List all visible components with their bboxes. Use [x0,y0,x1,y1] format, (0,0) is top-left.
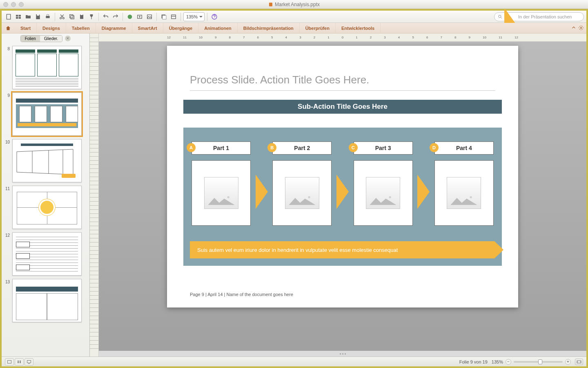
file-new-icon[interactable] [4,12,13,21]
slide-thumbnail-12[interactable] [12,232,82,276]
svg-rect-31 [18,362,19,363]
slide-thumbnail-10[interactable] [12,139,82,182]
seg-outline[interactable]: Glieder. [40,36,62,42]
slide-thumbnail-8[interactable] [12,46,82,89]
slide-thumbnail-9[interactable] [12,92,82,136]
image-placeholder[interactable] [354,160,413,226]
part-label[interactable]: Part 1 [192,141,251,155]
tab-ueberpruefen[interactable]: Überprüfen [300,23,336,33]
search-icon [498,14,503,19]
thumb-number: 8 [3,46,10,89]
tab-start[interactable]: Start [15,23,37,33]
slide-editor: 1211109876543210123456789101112 Process … [99,34,586,357]
zoom-out-icon[interactable]: − [506,359,511,365]
thumb-number: 11 [3,186,10,229]
thumbnail-view-segment[interactable]: Folien Glieder. [20,35,63,42]
slide-layout-icon[interactable] [169,12,178,21]
insert-text-icon[interactable] [135,12,144,21]
slide-footer[interactable]: Page 9 | April 14 | Name of the document… [190,292,293,297]
paste-icon[interactable] [77,12,86,21]
collapse-ribbon-icon[interactable] [571,25,577,31]
view-gallery-icon[interactable] [14,12,23,21]
insert-picture-icon[interactable] [145,12,154,21]
notes-splitter[interactable] [99,351,586,357]
insert-shape-icon[interactable] [125,12,134,21]
tab-smartart[interactable]: SmartArt [132,23,163,33]
seg-slides[interactable]: Folien [21,36,40,42]
svg-rect-4 [16,17,18,18]
view-sorter-icon[interactable] [15,358,24,366]
view-presentation-icon[interactable] [24,358,33,366]
process-part[interactable]: APart 1 [192,141,251,226]
view-normal-icon[interactable] [5,358,14,366]
svg-rect-17 [147,15,152,18]
print-icon[interactable] [43,12,52,21]
tab-bildschirmpraesentation[interactable]: Bildschirmpräsentation [238,23,300,33]
copy-icon[interactable] [67,12,76,21]
minimize-icon[interactable] [11,2,16,7]
search-placeholder: In der Präsentation suchen [518,14,572,19]
search-input[interactable]: ▾ In der Präsentation suchen [494,12,584,21]
slide-counter: Folie 9 von 19 [459,359,488,364]
ribbon-tabs: Start Designs Tabellen Diagramme SmartAr… [2,23,586,34]
process-part[interactable]: DPart 4 [434,141,494,226]
image-placeholder[interactable] [434,160,494,226]
slide-title[interactable]: Process Slide. Action Title Goes Here. [190,74,495,91]
svg-rect-28 [8,360,11,363]
thumb-number: 9 [3,92,10,136]
svg-point-27 [470,196,472,198]
slide-subtitle-band[interactable]: Sub-Action Title Goes Here [183,100,502,114]
vertical-ruler [90,34,99,357]
tab-tabellen[interactable]: Tabellen [66,23,96,33]
save-icon[interactable] [33,12,42,21]
slide-thumbnail-11[interactable] [12,186,82,229]
new-slide-icon[interactable] [159,12,168,21]
zoom-combo[interactable]: 135% [183,12,205,21]
tab-diagramme[interactable]: Diagramme [96,23,132,33]
zoom-slider[interactable] [514,361,563,363]
help-icon[interactable] [210,12,219,21]
zoom-icon[interactable] [19,2,24,7]
tab-entwicklertools[interactable]: Entwicklertools [336,23,381,33]
svg-rect-2 [16,15,18,16]
close-icon[interactable] [3,2,8,7]
svg-rect-3 [19,15,21,16]
slide-canvas[interactable]: Process Slide. Action Title Goes Here. S… [167,46,518,307]
arrow-right-icon [256,175,268,209]
gear-icon[interactable] [578,25,584,31]
svg-rect-32 [20,362,21,363]
zoom-control[interactable]: 135% − + [492,359,571,365]
slide-canvas-wrap[interactable]: Process Slide. Action Title Goes Here. S… [99,42,586,351]
tab-designs[interactable]: Designs [37,23,66,33]
arrow-right-icon [336,175,349,209]
image-placeholder[interactable] [192,160,251,226]
part-label[interactable]: Part 4 [434,141,494,155]
tab-uebergaenge[interactable]: Übergänge [163,23,198,33]
part-label[interactable]: Part 3 [354,141,413,155]
svg-point-22 [499,15,501,18]
slide-thumbnail-panel: Folien Glieder. ✕ 8 9 10 [2,34,90,357]
image-placeholder[interactable] [272,160,332,226]
slide-thumbnail-13[interactable] [12,279,82,322]
zoom-in-icon[interactable]: + [565,359,571,365]
process-part[interactable]: CPart 3 [354,141,413,226]
open-icon[interactable] [24,12,33,21]
part-badge: D [430,143,439,152]
tab-animationen[interactable]: Animationen [198,23,238,33]
svg-rect-19 [163,15,166,19]
process-part[interactable]: BPart 2 [272,141,332,226]
redo-icon[interactable] [111,12,120,21]
format-painter-icon[interactable] [87,12,96,21]
window-controls[interactable] [3,2,24,7]
part-label[interactable]: Part 2 [272,141,332,155]
svg-rect-33 [27,360,31,363]
svg-point-24 [227,196,229,198]
undo-icon[interactable] [101,12,110,21]
ribbon-bar-point-icon [494,241,503,258]
ribbon-home-icon[interactable] [2,23,15,33]
cut-icon[interactable] [58,12,67,21]
svg-rect-29 [18,361,19,362]
fit-to-window-icon[interactable] [575,359,583,365]
ribbon-bar[interactable]: Suis autem vel eum iriure dolor in hendr… [190,241,503,258]
close-panel-icon[interactable]: ✕ [65,36,71,41]
